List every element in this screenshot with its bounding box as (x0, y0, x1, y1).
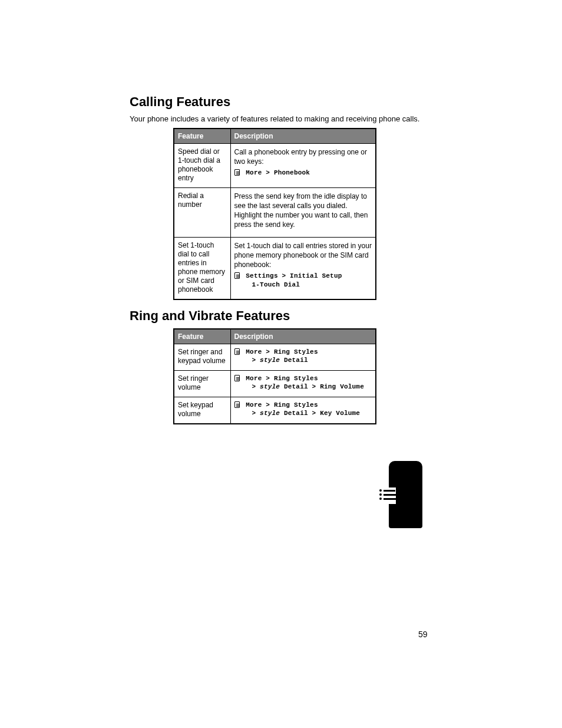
table-row: Set ringer and keypad volume More > Ring… (174, 344, 376, 370)
feature-cell: Redial a number (174, 187, 230, 237)
table-row: Set 1-touch dial to call entries in phon… (174, 237, 376, 299)
description-text: Call a phonebook entry by pressing one o… (234, 147, 372, 166)
menu-icon (234, 348, 240, 355)
description-cell: Call a phonebook entry by pressing one o… (230, 143, 376, 187)
ring-vibrate-table: Feature Description Set ringer and keypa… (173, 328, 376, 424)
menu-path: > style Detail > Ring Volume (234, 383, 372, 391)
phone-menu-icon (389, 461, 422, 528)
col-description: Description (230, 329, 376, 344)
description-cell: Press the send key from the idle display… (230, 187, 376, 237)
calling-features-heading: Calling Features (130, 94, 442, 110)
description-cell: More > Ring Styles> style Detail (230, 344, 376, 370)
description-text: Press the send key from the idle display… (234, 192, 372, 230)
feature-cell: Set ringer volume (174, 370, 230, 397)
menu-path: More > Ring Styles (234, 374, 372, 383)
table-row: Speed dial or 1-touch dial a phonebook e… (174, 143, 376, 187)
menu-path: > style Detail > Key Volume (234, 409, 372, 418)
table-row: Set keypad volume More > Ring Styles> st… (174, 397, 376, 424)
menu-path: 1-Touch Dial (234, 281, 372, 289)
menu-path: Settings > Initial Setup (234, 272, 372, 281)
feature-cell: Speed dial or 1-touch dial a phonebook e… (174, 143, 230, 187)
ring-vibrate-heading: Ring and Vibrate Features (130, 308, 442, 324)
description-cell: More > Ring Styles> style Detail > Ring … (230, 370, 376, 397)
ring-vibrate-rows: Set ringer and keypad volume More > Ring… (174, 344, 376, 424)
table-row: Set ringer volume More > Ring Styles> st… (174, 370, 376, 397)
feature-cell: Set ringer and keypad volume (174, 344, 230, 370)
menu-icon (234, 272, 240, 279)
menu-icon (234, 375, 240, 381)
menu-path: More > Phonebook (234, 169, 372, 177)
menu-icon (234, 401, 240, 408)
feature-cell: Set 1-touch dial to call entries in phon… (174, 237, 230, 299)
menu-path: More > Ring Styles (234, 401, 372, 410)
menu-icon (234, 169, 240, 176)
col-description: Description (230, 129, 376, 144)
description-text: Set 1-touch dial to call entries stored … (234, 241, 372, 270)
col-feature: Feature (174, 329, 230, 344)
page-content: Calling Features Your phone includes a v… (130, 94, 442, 424)
menu-path: More > Ring Styles (234, 348, 372, 357)
table-row: Redial a numberPress the send key from t… (174, 187, 376, 237)
calling-features-table: Feature Description Speed dial or 1-touc… (173, 128, 376, 300)
feature-cell: Set keypad volume (174, 397, 230, 424)
menu-path: > style Detail (234, 356, 372, 365)
description-cell: Set 1-touch dial to call entries stored … (230, 237, 376, 299)
page-number: 59 (418, 630, 428, 639)
description-cell: More > Ring Styles> style Detail > Key V… (230, 397, 376, 424)
phone-silhouette-icon (389, 461, 422, 528)
col-feature: Feature (174, 129, 230, 144)
calling-features-rows: Speed dial or 1-touch dial a phonebook e… (174, 143, 376, 299)
calling-features-lead: Your phone includes a variety of feature… (130, 114, 442, 124)
menu-list-icon (378, 487, 396, 504)
